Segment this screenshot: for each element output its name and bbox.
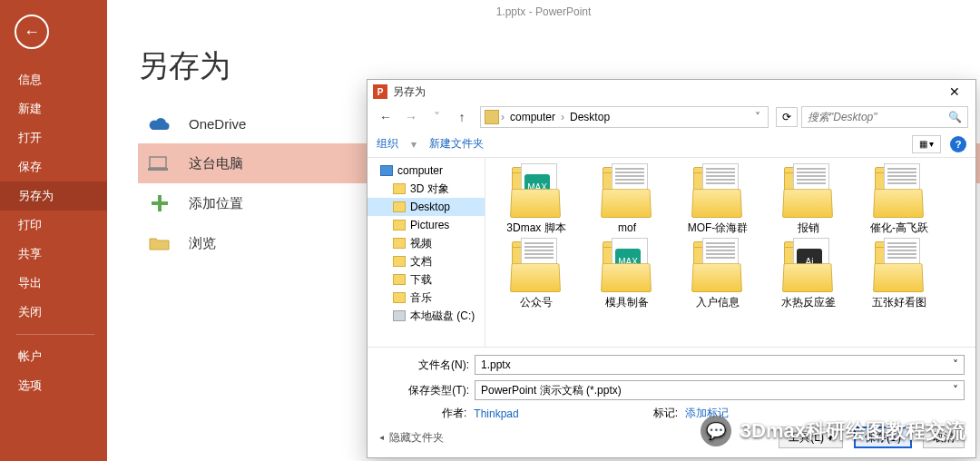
cancel-button[interactable]: 取消 [923, 427, 965, 448]
chevron-right-icon: › [561, 111, 564, 123]
folder-icon [871, 238, 927, 292]
nav-recent-button[interactable]: ˅ [426, 106, 447, 128]
nav-item[interactable]: 打印 [0, 211, 107, 240]
nav-item[interactable]: 新建 [0, 94, 107, 123]
tree-item[interactable]: 视频 [368, 234, 485, 252]
filename-combo[interactable]: ˅ [475, 355, 965, 375]
save-button[interactable]: 保存(S) [854, 427, 912, 448]
file-item[interactable]: MAX模具制备 [585, 238, 669, 309]
tools-button[interactable]: 工具(L)▾ [779, 427, 843, 448]
folder-icon [690, 238, 746, 292]
author-value[interactable]: Thinkpad [474, 407, 518, 420]
nav-item[interactable]: 关闭 [0, 298, 107, 327]
file-item[interactable]: 催化-高飞跃 [858, 163, 941, 234]
view-button[interactable]: ▦ ▾ [912, 135, 941, 153]
file-item[interactable]: 五张好看图 [858, 238, 941, 309]
filename-label: 文件名(N): [378, 358, 469, 373]
refresh-button[interactable]: ⟳ [776, 107, 798, 127]
option-label: 浏览 [189, 235, 216, 252]
nav-item[interactable]: 保存 [0, 152, 107, 181]
svg-rect-0 [150, 157, 166, 168]
help-icon[interactable]: ? [950, 136, 966, 152]
tree-label: 本地磁盘 (C:) [410, 309, 475, 324]
file-item[interactable]: Ai水热反应釜 [767, 238, 850, 309]
hide-folders-button[interactable]: 隐藏文件夹 [378, 430, 444, 446]
file-item[interactable]: 入户信息 [676, 238, 760, 309]
address-dropdown[interactable]: ˅ [751, 111, 764, 123]
tree-item[interactable]: 3D 对象 [368, 180, 485, 198]
option-icon [147, 233, 172, 253]
nav-item[interactable]: 信息 [0, 65, 107, 94]
new-folder-button[interactable]: 新建文件夹 [429, 136, 484, 152]
dialog-titlebar: P 另存为 ✕ [368, 80, 975, 103]
tag-add[interactable]: 添加标记 [685, 406, 729, 421]
option-label: 添加位置 [189, 195, 243, 212]
nav-up-button[interactable]: ↑ [451, 106, 473, 128]
file-item[interactable]: MOF-徐海群 [676, 163, 760, 234]
breadcrumb-root[interactable]: computer [506, 109, 559, 125]
tree-item[interactable]: computer [368, 162, 485, 180]
file-item[interactable]: mof [585, 163, 669, 234]
nav-item[interactable]: 打开 [0, 123, 107, 152]
tree-item[interactable]: Pictures [368, 216, 485, 234]
chevron-right-icon: › [501, 111, 505, 123]
file-label: 报销 [767, 221, 850, 234]
powerpoint-icon: P [373, 84, 387, 99]
tree-item[interactable]: 音乐 [368, 289, 485, 307]
folder-icon [393, 220, 406, 230]
tree-label: Desktop [410, 201, 450, 213]
breadcrumb-leaf[interactable]: Desktop [566, 109, 613, 125]
tree-item[interactable]: 文档 [368, 252, 485, 270]
file-item[interactable]: 报销 [767, 163, 850, 234]
dialog-title: 另存为 [393, 84, 939, 100]
back-arrow-icon: ← [24, 24, 40, 40]
folder-icon [393, 183, 406, 194]
dropdown-icon[interactable]: ˅ [953, 358, 958, 371]
file-item[interactable]: 公众号 [495, 238, 578, 309]
tree-item[interactable]: 本地磁盘 (C:) [368, 307, 485, 325]
tree-item[interactable]: 下载 [368, 270, 485, 289]
file-label: 入户信息 [676, 296, 760, 309]
close-button[interactable]: ✕ [939, 84, 970, 99]
folder-icon [599, 163, 655, 218]
organize-menu[interactable]: 组织 [377, 136, 398, 152]
option-icon [147, 113, 172, 133]
file-item[interactable]: MAX3Dmax 脚本 [495, 163, 578, 234]
folder-icon [393, 292, 406, 303]
tree-label: 音乐 [410, 290, 432, 306]
filetype-combo[interactable]: PowerPoint 演示文稿 (*.pptx) ˅ [475, 380, 965, 400]
back-button[interactable]: ← [15, 15, 49, 49]
svg-rect-1 [148, 168, 168, 171]
nav-forward-button[interactable]: → [400, 106, 422, 128]
file-label: 模具制备 [585, 296, 669, 309]
author-label: 作者: [442, 406, 466, 421]
svg-rect-3 [152, 201, 168, 205]
address-bar[interactable]: › computer › Desktop ˅ [480, 106, 769, 128]
nav-item[interactable]: 选项 [0, 371, 107, 400]
folder-icon [393, 201, 406, 212]
nav-item[interactable]: 共享 [0, 240, 107, 269]
tree-label: Pictures [410, 219, 449, 231]
filename-input[interactable] [481, 358, 953, 371]
dropdown-icon[interactable]: ˅ [953, 384, 958, 397]
option-icon [147, 193, 172, 213]
folder-icon [508, 238, 564, 292]
tree-label: computer [397, 164, 443, 177]
search-box[interactable]: 🔍 [801, 106, 968, 128]
tag-label: 标记: [653, 406, 678, 421]
file-label: 水热反应釜 [767, 296, 850, 309]
folder-icon [485, 110, 499, 124]
drive-icon [393, 310, 406, 321]
tree-label: 视频 [410, 236, 432, 251]
save-as-dialog: P 另存为 ✕ ← → ˅ ↑ › computer › Desktop ˅ ⟳… [367, 79, 976, 458]
nav-item[interactable]: 另存为 [0, 181, 107, 211]
nav-item[interactable]: 导出 [0, 269, 107, 298]
search-input[interactable] [808, 111, 948, 123]
tree-label: 3D 对象 [410, 181, 449, 197]
nav-item[interactable]: 帐户 [0, 342, 107, 371]
folder-icon [393, 256, 406, 267]
tree-item[interactable]: Desktop [368, 198, 485, 216]
folder-icon [393, 274, 406, 285]
nav-back-button[interactable]: ← [375, 106, 397, 128]
dialog-navbar: ← → ˅ ↑ › computer › Desktop ˅ ⟳ 🔍 [368, 103, 975, 131]
